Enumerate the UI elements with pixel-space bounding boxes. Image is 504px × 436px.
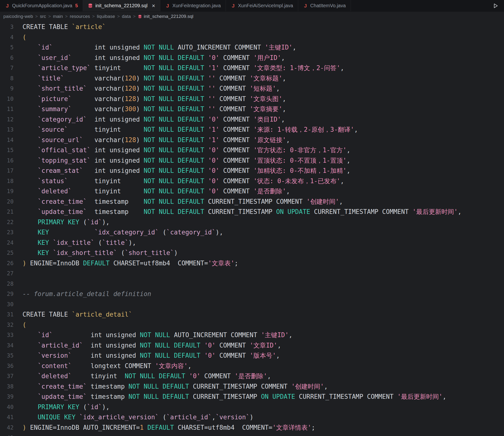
code-line: 27 — [0, 268, 504, 279]
breadcrumb-segment[interactable]: src — [40, 14, 46, 19]
code-token: NOT NULL DEFAULT — [144, 188, 204, 195]
line-number: 3 — [0, 22, 14, 32]
code-token: '短标题' — [250, 85, 276, 92]
code-text: `source_url` varchar(128) NOT NULL DEFAU… — [22, 135, 290, 145]
line-number: 36 — [0, 361, 14, 371]
code-text: KEY `idx_category_id` (`category_id`), — [22, 227, 223, 237]
breadcrumb-segment[interactable]: resources — [70, 14, 90, 19]
breadcrumb-segment[interactable]: paicoding-web — [3, 14, 33, 19]
tab-chatitemvo-java[interactable]: JChatItemVo.java — [298, 0, 351, 11]
code-token: , — [346, 167, 350, 174]
code-token: NOT NULL DEFAULT — [128, 383, 189, 390]
tab-xunfeiintegration-java[interactable]: JXunFeiIntegration.java — [160, 0, 226, 11]
code-token: `category_id` — [166, 229, 216, 236]
code-token: `id` — [87, 218, 102, 226]
tab-init-schema-221209-sql[interactable]: init_schema_221209.sql× — [83, 0, 160, 11]
code-token: longtext COMMENT — [72, 362, 155, 370]
code-token: NOT NULL DEFAULT — [144, 157, 204, 164]
line-number: 22 — [0, 217, 14, 227]
line-number: 10 — [0, 94, 14, 104]
code-token: ), — [128, 239, 136, 246]
code-token: `create_time` — [38, 383, 87, 390]
code-text: `content` longtext COMMENT '文章内容', — [22, 361, 192, 371]
code-token: ) — [22, 424, 26, 431]
code-token: `version` — [38, 352, 72, 359]
code-line: 12 `category_id` int unsigned NOT NULL D… — [0, 114, 504, 125]
code-token: `id` — [87, 403, 102, 411]
code-token: '加精状态: 0-不加精，1-加精' — [253, 167, 346, 174]
code-line: 35 `version` int unsigned NOT NULL DEFAU… — [0, 350, 504, 361]
code-token: COMMENT — [219, 146, 253, 154]
breadcrumb-file[interactable]: init_schema_221209.sql — [144, 14, 194, 19]
code-editor[interactable]: 3CREATE TABLE `article`4(5 `id` int unsi… — [0, 21, 504, 436]
code-token: NOT NULL DEFAULT — [144, 64, 204, 72]
close-icon[interactable]: × — [152, 3, 155, 9]
code-token — [22, 177, 38, 185]
code-line: 10 `picture` varchar(128) NOT NULL DEFAU… — [0, 94, 504, 104]
breadcrumb-segment[interactable]: main — [53, 14, 63, 19]
code-token: KEY — [38, 239, 49, 246]
code-token: ), — [215, 229, 223, 236]
code-token: COMMENT — [215, 95, 250, 102]
tab-quickforumapplication-java[interactable]: JQuickForumApplication.java5 — [0, 0, 83, 11]
code-token — [22, 126, 38, 133]
code-token: `status` — [38, 177, 68, 185]
code-token — [22, 331, 38, 339]
code-token — [204, 167, 208, 174]
line-number: 27 — [0, 268, 14, 279]
code-token: , — [324, 383, 328, 390]
code-token — [22, 85, 38, 92]
line-number: 4 — [0, 32, 14, 43]
code-token: NOT NULL — [144, 44, 174, 51]
breadcrumb-segment[interactable]: liquibase — [97, 14, 115, 19]
code-token: `update_time` — [38, 393, 87, 400]
code-token: , — [443, 393, 447, 400]
code-line: 34 `article_id` int unsigned NOT NULL DE… — [0, 340, 504, 351]
code-token: CURRENT_TIMESTAMP — [189, 393, 261, 400]
tab-bar-tabs: JQuickForumApplication.java5init_schema_… — [0, 0, 487, 11]
line-number: 23 — [0, 227, 14, 237]
code-token: `idx_title` — [53, 239, 94, 246]
problems-count-badge: 5 — [75, 3, 78, 9]
code-token — [49, 239, 53, 246]
code-token: , — [340, 64, 344, 72]
code-token: NOT NULL DEFAULT — [140, 342, 200, 349]
code-token: AUTO_INCREMENT COMMENT — [174, 44, 265, 51]
code-token — [22, 167, 38, 174]
code-line: 39 `update_time` timestamp NOT NULL DEFA… — [0, 391, 504, 402]
code-token — [204, 105, 208, 113]
java-file-icon: J — [231, 3, 235, 9]
tab-xunfeiaiserviceimpl-java[interactable]: JXunFeiAiServiceImpl.java — [226, 0, 298, 11]
code-token: COMMENT — [215, 85, 250, 92]
line-number: 35 — [0, 350, 14, 361]
run-icon[interactable] — [492, 3, 499, 9]
code-token: COMMENT — [219, 126, 253, 133]
code-token: NOT NULL DEFAULT — [144, 198, 204, 205]
code-line: 3CREATE TABLE `article` — [0, 22, 504, 32]
code-token: `article` — [72, 23, 106, 30]
code-token: PRIMARY KEY — [38, 218, 79, 226]
code-token: '原文链接' — [253, 136, 286, 144]
code-token: '0' — [204, 342, 215, 349]
code-token: int unsigned — [72, 352, 140, 359]
code-token: int unsigned — [53, 331, 140, 339]
code-text: `picture` varchar(128) NOT NULL DEFAULT … — [22, 94, 286, 104]
code-token: CURRENT_TIMESTAMP COMMENT — [189, 383, 291, 390]
code-token: int unsigned — [87, 116, 144, 123]
line-number: 29 — [0, 289, 14, 299]
code-text: `create_time` timestamp NOT NULL DEFAULT… — [22, 197, 343, 207]
breadcrumb-separator-icon: > — [117, 14, 120, 19]
code-token: , — [267, 372, 271, 380]
code-line: 20 `create_time` timestamp NOT NULL DEFA… — [0, 197, 504, 207]
code-token: NOT NULL DEFAULT — [144, 95, 204, 102]
code-text: `cream_stat` int unsigned NOT NULL DEFAU… — [22, 165, 350, 176]
code-token: , — [292, 44, 296, 51]
code-line: 17 `cream_stat` int unsigned NOT NULL DE… — [0, 165, 504, 176]
tab-label: init_schema_221209.sql — [95, 3, 148, 9]
code-line: 14 `source_url` varchar(128) NOT NULL DE… — [0, 135, 504, 145]
code-token: KEY — [38, 249, 49, 256]
breadcrumb-segment[interactable]: data — [122, 14, 131, 19]
code-token: `idx_short_title` — [53, 249, 117, 256]
breadcrumb-separator-icon: > — [35, 14, 38, 19]
code-token: 120 — [125, 85, 136, 92]
